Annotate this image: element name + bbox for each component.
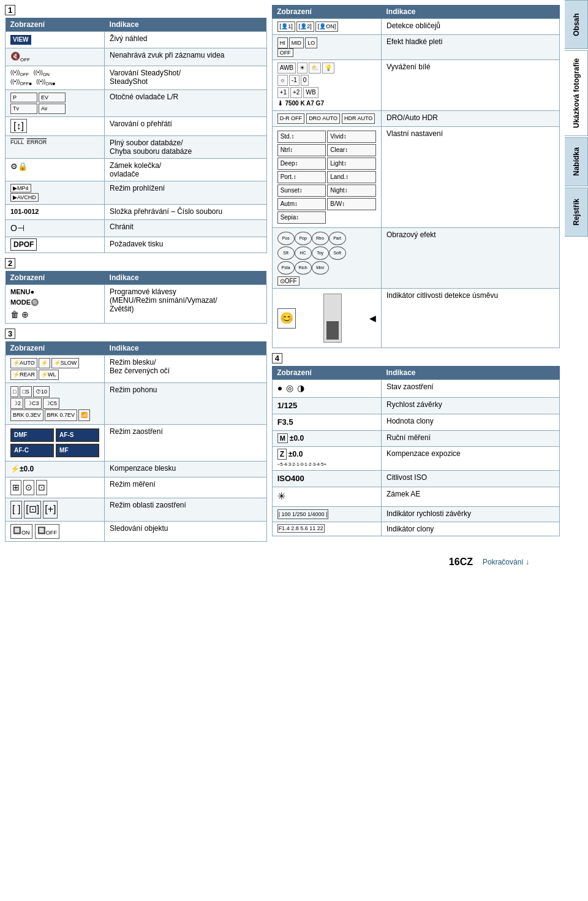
skin-off-icon: OFF [277, 48, 293, 57]
right-col-display: Zobrazení [272, 5, 381, 19]
ps-autm-icon: Autm↕ [277, 198, 326, 210]
manual-metering-icon: M [277, 433, 288, 443]
indication-text: Plný soubor databáze/Chyba souboru datab… [105, 136, 267, 159]
indication-text: Indikátor clony [381, 522, 559, 536]
folder-number-icon: 101-0012 [10, 208, 39, 215]
section-right-top-table: Zobrazení Indikace [👤1] [👤2] [👤ON] [272, 5, 560, 348]
pe-part-icon: Part [329, 232, 346, 245]
flash-slow-icon: ⚡SLOW [51, 358, 80, 368]
tab-rejstrik[interactable]: Rejstřík [565, 188, 588, 237]
face-detect-on-icon: [👤ON] [315, 21, 339, 32]
table-row: ▶MP4 ▶AVCHD Režim prohlížení [6, 181, 267, 205]
play-avchd-icon: ▶AVCHD [10, 193, 39, 202]
shutter-bar-icon: | 100 1/250 1/4000 | [277, 509, 329, 520]
indication-text: Obrazový efekt [381, 227, 559, 288]
pe-toy-icon: Toy [312, 246, 329, 260]
indication-text: Citlivost ISO [381, 471, 559, 487]
flash-rear-icon: ⚡REAR [10, 370, 37, 380]
indication-text: Sledování objektu [105, 521, 267, 541]
drive-cont-icon: □S [20, 386, 31, 397]
table-row: P EV Tv Av Otočné ovladače L/R [6, 89, 267, 116]
page-footer: 16CZ Pokračování ↓ [5, 552, 560, 572]
wb-sun2-icon: ☼ [277, 75, 288, 86]
tab-nabidka[interactable]: Nabídka [565, 137, 588, 186]
ps-ntrl-icon: Ntrl↕ [277, 144, 326, 156]
skin-hi-icon: HI [277, 37, 288, 48]
wb-lamp-icon: 💡 [322, 63, 334, 74]
tab-ukazka[interactable]: Ukázková fotografie [565, 50, 588, 136]
drive-c3-icon: ☽C3 [24, 398, 42, 409]
table-row: VIEW Živý náhled [6, 32, 267, 48]
wb-plus2-icon: +2 [290, 87, 302, 98]
af-area-center-icon: [+] [43, 501, 58, 518]
table-row: ⚡AUTO ⚡ ⚡SLOW ⚡REAR ⚡WL Režim blesku/Bez… [6, 355, 267, 382]
table-row: FULL ERROR Plný soubor databáze/Chyba so… [6, 136, 267, 159]
dpof-icon: DPOF [10, 238, 37, 251]
ps-vivid-icon: Vivid↕ [327, 131, 376, 143]
section4-table: Zobrazení Indikace ● ◎ ◑ [272, 366, 560, 536]
table-row: F3.5 Hodnota clony [272, 414, 559, 431]
metering-spot-icon: ⊡ [36, 480, 47, 496]
wb-minus1-icon: -1 [289, 75, 300, 86]
tracking-off-icon: 🔲OFF [35, 524, 59, 539]
audio-off-icon: 🔇OFF [10, 51, 30, 61]
table-row: DMF AF-S AF-C MF Režim zaostření [6, 424, 267, 461]
af-area-zone-icon: [⊡] [24, 501, 41, 518]
flash-on-icon: ⚡ [39, 358, 50, 368]
pe-pop-icon: Pop [295, 232, 312, 245]
ps-sepia-icon: Sepia↕ [277, 211, 326, 224]
indication-text: Režim oblasti zaostření [105, 498, 267, 521]
section3-col-display: Zobrazení [6, 341, 105, 355]
aperture-bar-icon: F1.4 2.8 5.6 11 22 [277, 524, 325, 533]
pe-rich-icon: Rich [295, 261, 312, 275]
table-row: Pos Pop Rtro Part Sft HC Toy Soft Psta [272, 227, 559, 288]
ps-sunset-icon: Sunset↕ [277, 184, 326, 197]
manual-metering-value: ±0.0 [290, 434, 304, 443]
indication-text: Rychlost závěrky [381, 397, 559, 414]
delete-icon: 🗑 [10, 310, 19, 319]
table-row: ✳ Zámek AE [272, 487, 559, 506]
table-row: 😊 ◀ Indikátor citlivosti detekce úsměvu [272, 289, 559, 348]
table-row: M ±0.0 Ruční měření [272, 431, 559, 447]
pe-psta-icon: Psta [277, 261, 295, 275]
tab-obsah[interactable]: Obsah [565, 0, 588, 49]
tv-icon: Tv [10, 104, 37, 114]
ae-lock-icon: ✳ [277, 491, 285, 501]
pe-off-icon: ⊙OFF [277, 276, 300, 286]
right-col-indikace: Indikace [381, 5, 559, 19]
section3-number: 3 [5, 329, 15, 339]
table-row: ⚙🔒 Zámek kolečka/ovladače [6, 159, 267, 181]
table-row: [↕] Varování o přehřátí [6, 117, 267, 136]
indication-text: Složka přehrávání – Číslo souboru [105, 205, 267, 219]
drive-timer2-icon: ☽2 [10, 398, 23, 409]
table-row: 101-0012 Složka přehrávání – Číslo soubo… [6, 205, 267, 219]
indication-text: Indikátor rychlosti závěrky [381, 506, 559, 522]
indication-text: Živý náhled [105, 32, 267, 48]
afs-icon: AF-S [56, 428, 99, 442]
table-row: D-R OFF DRO AUTO HDR AUTO DRO/Auto HDR [272, 111, 559, 127]
indication-text: Zámek kolečka/ovladače [105, 159, 267, 181]
table-row: □ □S ⏱10 ☽2 ☽C3 ☽C5 [6, 382, 267, 424]
mode-icon: MODE🔘 [10, 298, 39, 306]
play-mp4-icon: ▶MP4 [10, 184, 31, 192]
indication-text: Hodnota clony [381, 414, 559, 431]
indication-text: Režim zaostření [105, 424, 267, 461]
dmf-icon: DMF [10, 428, 54, 442]
pe-rtro-icon: Rtro [312, 232, 329, 245]
indication-text: DRO/Auto HDR [381, 111, 559, 127]
page-number: 16CZ [449, 557, 473, 568]
indication-text: Varování SteadyShot/SteadyShot [105, 66, 267, 89]
dro-off-icon: D-R OFF [277, 113, 305, 124]
view-icon: VIEW [10, 35, 31, 45]
indication-text: Kompenzace blesku [105, 461, 267, 477]
wb-wb-icon: WB [303, 87, 318, 98]
table-row: ((•))OFF ((•))ON ((•))OFF■ ((•))ON■ Varo… [6, 66, 267, 89]
flash-comp-icon: ⚡±0.0 [10, 465, 34, 473]
afc-icon: AF-C [10, 444, 54, 457]
ps-std-icon: Std.↕ [277, 131, 326, 143]
section3-col-indikace: Indikace [105, 341, 267, 355]
indication-text: Detekce obličejů [381, 19, 559, 35]
continue-link[interactable]: Pokračování ↓ [483, 558, 529, 566]
wb-kelvin-icon: 🌡 7500 K A7 G7 [277, 100, 324, 107]
ps-light-icon: Light↕ [327, 158, 376, 170]
